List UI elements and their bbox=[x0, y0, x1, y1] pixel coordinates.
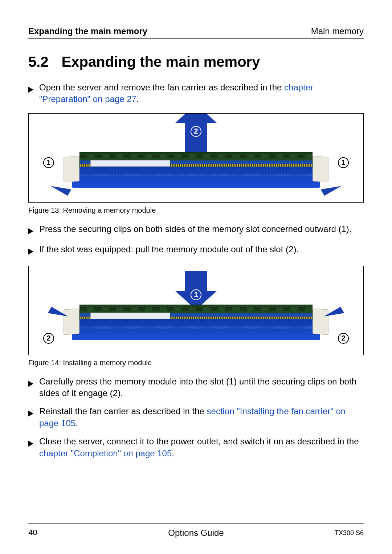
figure-14: 1 2 2 bbox=[28, 266, 364, 355]
svg-marker-2 bbox=[28, 249, 33, 254]
callout-left: 1 bbox=[43, 157, 54, 168]
step-item: Close the server, connect it to the powe… bbox=[28, 436, 364, 459]
triangle-bullet-icon bbox=[28, 225, 34, 237]
triangle-bullet-icon bbox=[28, 378, 34, 390]
page-footer: 40 Options Guide TX300 S6 bbox=[28, 524, 364, 537]
svg-marker-4 bbox=[28, 411, 33, 416]
section-heading: 5.2 Expanding the main memory bbox=[28, 54, 364, 70]
clip-right-illustration bbox=[313, 308, 328, 335]
step-list-mid: Press the securing clips on both sides o… bbox=[28, 223, 364, 258]
step-item: Reinstall the fan carrier as described i… bbox=[28, 406, 364, 429]
triangle-bullet-icon bbox=[28, 246, 34, 257]
step-item: Carefully press the memory module into t… bbox=[28, 376, 364, 399]
step-pre: If the slot was equipped: pull the memor… bbox=[39, 244, 299, 254]
step-text: Close the server, connect it to the powe… bbox=[39, 436, 364, 459]
step-pre: Close the server, connect it to the powe… bbox=[39, 436, 359, 446]
dimm-label bbox=[90, 313, 170, 319]
step-item: Open the server and remove the fan carri… bbox=[28, 82, 364, 105]
callout-right: 2 bbox=[338, 333, 349, 344]
step-text: Carefully press the memory module into t… bbox=[39, 376, 364, 399]
memory-slot-illustration bbox=[72, 319, 320, 340]
figure-13-caption: Figure 13: Removing a memory module bbox=[28, 206, 364, 215]
step-pre: Open the server and remove the fan carri… bbox=[39, 82, 284, 92]
svg-marker-1 bbox=[28, 228, 33, 234]
step-post: . bbox=[75, 418, 78, 428]
dimm-label bbox=[90, 160, 170, 167]
header-rule bbox=[28, 38, 364, 39]
callout-left: 2 bbox=[43, 333, 54, 344]
step-text: Reinstall the fan carrier as described i… bbox=[39, 406, 364, 429]
footer-rule bbox=[28, 524, 364, 524]
svg-marker-5 bbox=[28, 441, 33, 447]
step-pre: Press the securing clips on both sides o… bbox=[39, 224, 351, 234]
clip-left-illustration bbox=[64, 308, 79, 335]
cross-reference-link[interactable]: chapter "Completion" on page 105 bbox=[39, 448, 172, 458]
section-title: Expanding the main memory bbox=[62, 54, 260, 70]
step-text: Open the server and remove the fan carri… bbox=[39, 82, 364, 105]
running-header: Expanding the main memory Main memory bbox=[28, 26, 364, 36]
callout-center: 2 bbox=[191, 126, 201, 137]
section-number: 5.2 bbox=[28, 54, 49, 70]
step-post: . bbox=[172, 448, 174, 458]
svg-marker-0 bbox=[28, 87, 33, 93]
step-text: Press the securing clips on both sides o… bbox=[39, 223, 364, 235]
step-pre: Reinstall the fan carrier as described i… bbox=[39, 406, 207, 416]
step-item: Press the securing clips on both sides o… bbox=[28, 223, 364, 237]
step-pre: Carefully press the memory module into t… bbox=[39, 376, 356, 398]
step-list-bottom: Carefully press the memory module into t… bbox=[28, 376, 364, 459]
footer-center: Options Guide bbox=[28, 528, 364, 538]
header-right: Main memory bbox=[311, 26, 364, 36]
arrow-in-left-icon bbox=[48, 306, 69, 322]
clip-left-illustration bbox=[64, 156, 79, 182]
triangle-bullet-icon bbox=[28, 408, 34, 419]
figure-13: 2 1 1 bbox=[28, 113, 364, 203]
figure-14-caption: Figure 14: Installing a memory module bbox=[28, 359, 364, 367]
step-list-top: Open the server and remove the fan carri… bbox=[28, 82, 364, 105]
memory-slot-illustration bbox=[72, 167, 320, 188]
svg-marker-3 bbox=[28, 381, 33, 387]
header-left: Expanding the main memory bbox=[28, 26, 147, 36]
step-post: . bbox=[136, 94, 139, 104]
arrow-in-right-icon bbox=[324, 306, 344, 322]
clip-right-illustration bbox=[313, 156, 328, 182]
triangle-bullet-icon bbox=[28, 84, 34, 95]
callout-center: 1 bbox=[191, 289, 201, 300]
callout-right: 1 bbox=[338, 157, 349, 168]
step-item: If the slot was equipped: pull the memor… bbox=[28, 244, 364, 257]
step-text: If the slot was equipped: pull the memor… bbox=[39, 244, 364, 255]
triangle-bullet-icon bbox=[28, 438, 34, 449]
